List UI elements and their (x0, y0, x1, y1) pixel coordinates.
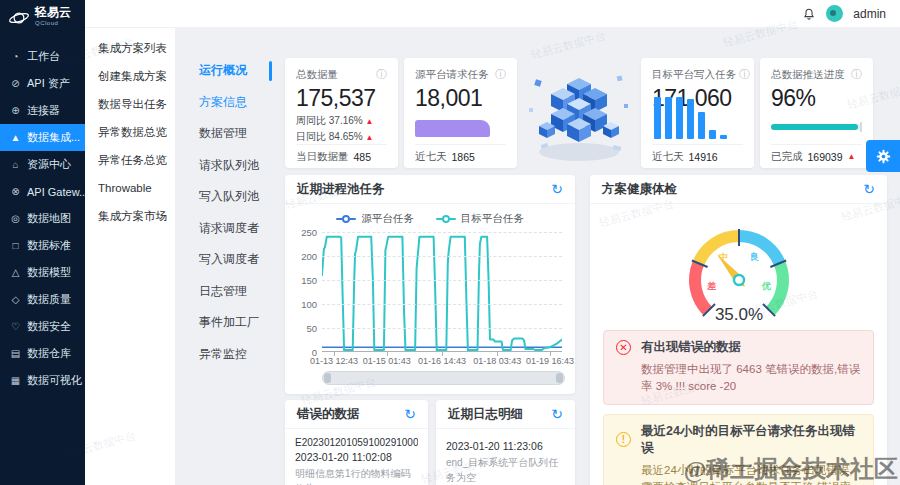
stat-value: 175,537 (296, 85, 387, 112)
info-icon[interactable]: ⓘ (376, 67, 387, 82)
log-entry[interactable]: 2023-01-20 11:23:06end_目标系统平台队列任务为空 (436, 429, 575, 485)
sidebar-item-data-standard[interactable]: □数据标准 (0, 232, 85, 259)
brand-sub: QCloud (35, 18, 71, 29)
up-triangle-icon: ▲ (365, 133, 373, 142)
stat-footer-value: 1865 (452, 151, 475, 163)
sidebar-item-api-gateway[interactable]: ⊗API Gatew... (0, 178, 85, 205)
sidebar-item-data-warehouse[interactable]: ▤数据仓库 (0, 340, 85, 367)
panel-title: 错误的数据 (297, 406, 360, 423)
settings-gear-button[interactable] (866, 140, 900, 172)
sidebar-item-label: 资源中心 (27, 157, 71, 172)
slider-handle-right[interactable] (556, 373, 563, 383)
username-label[interactable]: admin (853, 7, 886, 21)
run-item-request-queue[interactable]: 请求队列池 (175, 150, 278, 182)
run-item-write-queue[interactable]: 写入队列池 (175, 181, 278, 213)
sidebar-item-label: 数据质量 (27, 292, 71, 307)
stat-compares: 周同比 37.16% ▲日同比 84.65% ▲ (296, 112, 387, 144)
sidebar-item-data-integration[interactable]: ▲数据集成... (0, 124, 85, 151)
run-item-log-manage[interactable]: 日志管理 (175, 276, 278, 308)
alert-description: 数据管理中出现了 6463 笔错误的数据,错误率 3% !!! score -2… (641, 361, 861, 396)
globe-icon: ◎ (10, 213, 21, 224)
alert-title: 有出现错误的数据 (641, 339, 741, 356)
chart-legend: 源平台任务目标平台任务 (285, 212, 575, 226)
scheme-item-export-tasks[interactable]: 数据导出任务 (85, 90, 175, 118)
up-triangle-icon: ▲ (848, 152, 856, 161)
refresh-icon[interactable]: ↻ (551, 407, 563, 421)
panel-title: 方案健康体检 (602, 181, 677, 198)
person-icon: ▲ (10, 132, 21, 143)
sidebar-item-label: 数据模型 (27, 265, 71, 280)
sidebar-item-label: 工作台 (27, 49, 60, 64)
x-axis-label: 01-19 16:43 (510, 356, 590, 366)
error-entry[interactable]: E202301201059100291000632023-01-20 11:02… (285, 429, 428, 485)
gateway-icon: ⊗ (10, 186, 21, 197)
compare-line: 日同比 84.65% ▲ (296, 130, 387, 144)
user-avatar[interactable] (826, 5, 843, 22)
health-gauge-chart: 差中良优35.0% (644, 208, 834, 330)
stat-title: 目标平台写入任务 (652, 68, 736, 82)
run-menu: 运行概况方案信息数据管理请求队列池写入队列池请求调度者写入调度者日志管理事件加工… (175, 28, 278, 485)
stat-title: 源平台请求任务 (415, 68, 489, 82)
slider-handle-left[interactable] (324, 373, 331, 383)
topbar: admin (85, 0, 900, 28)
scheme-item-plan-list[interactable]: 集成方案列表 (85, 34, 175, 62)
stat-footer-label: 已完成 (771, 150, 803, 164)
run-item-data-manage[interactable]: 数据管理 (175, 118, 278, 150)
svg-text:良: 良 (750, 252, 759, 262)
dashboard-screen: admin 轻易云QCloud ◔工作台⊘API 资产⊕连接器▲数据集成...⌂… (0, 0, 900, 485)
sidebar-item-api-assets[interactable]: ⊘API 资产 (0, 70, 85, 97)
health-check-panel: 方案健康体检 ↻ 差中良优35.0% ✕有出现错误的数据数据管理中出现了 646… (590, 175, 887, 485)
sidebar-item-label: 数据安全 (27, 319, 71, 334)
datazoom-slider[interactable] (322, 371, 565, 385)
scheme-item-error-data-overview[interactable]: 异常数据总览 (85, 118, 175, 146)
log-desc: end_目标系统平台队列任务为空 (446, 456, 565, 485)
stat-title: 总数据量 (296, 68, 338, 82)
notification-bell-icon[interactable] (802, 7, 816, 21)
line-chart-plot (322, 232, 562, 352)
scheme-item-throwable[interactable]: Throwable (85, 174, 175, 202)
recent-logs-panel: 近期日志明细 ↻ 2023-01-20 11:23:06end_目标系统平台队列… (436, 400, 575, 485)
mini-bar-chart (654, 97, 727, 139)
sidebar-item-data-map[interactable]: ◎数据地图 (0, 205, 85, 232)
scheme-item-plan-market[interactable]: 集成方案市场 (85, 202, 175, 230)
scheme-item-create-plan[interactable]: 创建集成方案 (85, 62, 175, 90)
legend-item[interactable]: 源平台任务 (336, 212, 414, 226)
run-item-event-factory[interactable]: 事件加工厂 (175, 307, 278, 339)
scheme-menu: 集成方案列表创建集成方案数据导出任务异常数据总览异常任务总览Throwable集… (85, 28, 175, 485)
sidebar-item-label: API Gatew... (27, 186, 88, 198)
sidebar-item-workbench[interactable]: ◔工作台 (0, 43, 85, 70)
stat-value: 18,001 (415, 85, 506, 112)
refresh-icon[interactable]: ↻ (551, 182, 563, 196)
brand-name: 轻易云 (35, 5, 71, 19)
sidebar-item-data-quality[interactable]: ◇数据质量 (0, 286, 85, 313)
gear-icon (875, 148, 892, 165)
y-axis-label: 250 (289, 227, 317, 238)
info-icon[interactable]: ⓘ (739, 67, 750, 82)
brand-logo[interactable]: 轻易云QCloud (0, 0, 85, 35)
sidebar-item-connector[interactable]: ⊕连接器 (0, 97, 85, 124)
info-icon[interactable]: ⓘ (495, 67, 506, 82)
stat-title: 总数据推送进度 (771, 68, 845, 82)
sidebar-item-data-model[interactable]: △数据模型 (0, 259, 85, 286)
scheme-item-error-task-overview[interactable]: 异常任务总览 (85, 146, 175, 174)
run-item-error-monitor[interactable]: 异常监控 (175, 339, 278, 371)
error-time: 2023-01-20 11:02:08 (295, 451, 418, 463)
sidebar-item-data-visualization[interactable]: ▦数据可视化 (0, 367, 85, 394)
run-item-request-scheduler[interactable]: 请求调度者 (175, 213, 278, 245)
info-icon[interactable]: ⓘ (851, 67, 862, 82)
clock-icon: ◔ (10, 51, 21, 62)
health-alerts: ✕有出现错误的数据数据管理中出现了 6463 笔错误的数据,错误率 3% !!!… (590, 330, 887, 485)
refresh-icon[interactable]: ↻ (863, 182, 875, 196)
plug-icon: ⊕ (10, 105, 21, 116)
run-item-write-scheduler[interactable]: 写入调度者 (175, 244, 278, 276)
sidebar-item-resource-center[interactable]: ⌂资源中心 (0, 151, 85, 178)
run-item-plan-info[interactable]: 方案信息 (175, 87, 278, 119)
legend-item[interactable]: 目标平台任务 (436, 212, 524, 226)
refresh-icon[interactable]: ↻ (404, 407, 416, 421)
sidebar-item-label: 数据地图 (27, 211, 71, 226)
stat-card-target-writes: 目标平台写入任务ⓘ 171,060 近七天14916 (641, 58, 754, 168)
triangle-icon: △ (10, 267, 21, 278)
run-item-run-overview[interactable]: 运行概况 (175, 55, 278, 87)
sidebar-item-data-security[interactable]: ♡数据安全 (0, 313, 85, 340)
legend-marker (436, 215, 456, 223)
